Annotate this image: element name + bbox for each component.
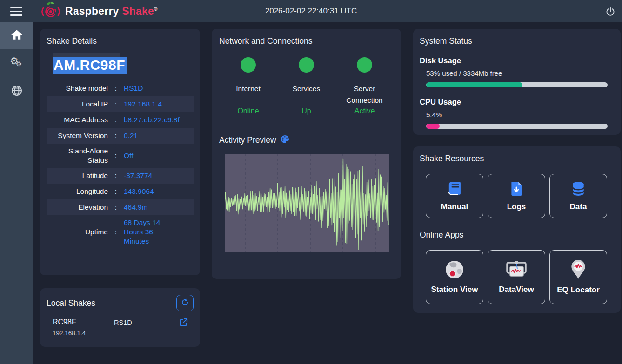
disk-usage-bar: [426, 82, 608, 87]
shake-details-title: Shake Details: [47, 36, 194, 46]
table-row: Longitude : 143.9064: [47, 184, 194, 199]
system-status-title: System Status: [420, 36, 614, 46]
data-button[interactable]: Data: [549, 174, 607, 218]
table-row: MAC Address : b8:27:eb:22:c9:8f: [47, 112, 194, 128]
selection-artifact: [53, 53, 120, 57]
local-shake-name: RC98F: [53, 318, 114, 326]
shake-resources-title: Shake Resources: [420, 154, 614, 164]
sidebar-nav: ⚙⚙: [0, 22, 33, 364]
refresh-icon: [181, 298, 189, 308]
status-dot-green: [357, 57, 372, 73]
connection-internet: Internet Online: [219, 57, 277, 115]
manual-button[interactable]: Manual: [426, 174, 483, 218]
resource-buttons: Manual Logs: [426, 174, 614, 218]
connection-server: Server Connection Active: [335, 57, 394, 115]
table-row: Local IP : 192.168.1.4: [47, 96, 194, 112]
connection-services: Services Up: [277, 57, 335, 115]
map-pin-wave-icon: [570, 259, 587, 282]
palette-icon[interactable]: [281, 135, 289, 146]
brand-logo: Raspberry Shake®: [41, 1, 158, 21]
connection-indicators: Internet Online Services Up Server Conne…: [219, 57, 394, 115]
globe-station-icon: [445, 260, 464, 281]
table-row: Shake model : RS1D: [47, 80, 194, 96]
disk-usage-label: Disk Usage: [420, 56, 614, 65]
system-status-card: System Status Disk Usage 53% used / 3334…: [413, 29, 621, 135]
table-row: Stand-Alone Status : Off: [47, 144, 194, 168]
table-row: Latitude : -37.3774: [47, 168, 194, 184]
shake-resources-card: Shake Resources Manual: [413, 146, 621, 313]
local-shakes-card: Local Shakes RC98F 192.168.1.4 RS1D: [40, 288, 200, 347]
shake-details-table: Shake model : RS1D Local IP : 192.168.1.…: [47, 80, 194, 249]
brand-name: Raspberry Shake®: [65, 5, 158, 18]
network-title: Network and Connections: [219, 36, 394, 46]
station-view-button[interactable]: Station View: [426, 250, 483, 304]
database-icon: [570, 181, 586, 199]
status-dot-green: [299, 57, 314, 73]
station-code: AM.RC98F: [53, 57, 127, 74]
cpu-usage-bar: [426, 124, 608, 129]
monitor-wave-icon: [504, 260, 528, 281]
external-link-icon[interactable]: [179, 318, 188, 329]
top-bar: Raspberry Shake® 2026-02-02 22:40:31 UTC: [0, 0, 622, 22]
cpu-usage-label: CPU Usage: [420, 98, 614, 106]
raspberry-logo-icon: [41, 1, 60, 21]
online-apps-title: Online Apps: [420, 230, 614, 240]
book-icon: [446, 181, 463, 199]
shake-details-card: Shake Details AM.RC98F Shake model : RS1…: [40, 29, 200, 275]
status-badge: Online: [237, 107, 259, 115]
main-content: Shake Details AM.RC98F Shake model : RS1…: [33, 22, 622, 364]
network-card: Network and Connections Internet Online …: [212, 29, 401, 279]
activity-preview-title: Activity Preview: [219, 135, 276, 145]
logs-button[interactable]: Logs: [488, 174, 545, 218]
home-icon: [11, 29, 23, 42]
table-row: Uptime : 68 Days 14 Hours 36 Minutes: [47, 215, 194, 249]
sidebar-item-settings[interactable]: ⚙⚙: [0, 50, 33, 77]
local-shake-ip: 192.168.1.4: [53, 330, 114, 337]
activity-waveform-chart: [225, 154, 389, 255]
gears-icon: ⚙⚙: [10, 57, 24, 70]
local-shake-model: RS1D: [114, 318, 165, 326]
disk-usage-detail: 53% used / 3334Mb free: [426, 69, 614, 77]
dataview-button[interactable]: DataView: [488, 250, 545, 304]
local-shakes-title: Local Shakes: [47, 298, 95, 308]
table-row: System Version : 0.21: [47, 128, 194, 144]
status-badge: Up: [301, 107, 311, 115]
hamburger-menu-icon[interactable]: [10, 7, 23, 16]
power-icon[interactable]: [604, 6, 616, 18]
map-pin-wave-icon-button[interactable]: EQ Locator: [549, 250, 607, 304]
local-shake-row: RC98F 192.168.1.4 RS1D: [47, 318, 194, 337]
online-app-buttons: Station View DataView: [426, 250, 614, 304]
sidebar-item-home[interactable]: [0, 22, 33, 49]
cpu-usage-detail: 5.4%: [426, 111, 614, 119]
table-row: Elevation : 464.9m: [47, 199, 194, 215]
sidebar-item-web[interactable]: [0, 78, 33, 105]
refresh-button[interactable]: [176, 295, 194, 311]
file-download-icon: [509, 181, 523, 199]
status-badge: Active: [354, 107, 375, 115]
status-dot-green: [241, 57, 256, 73]
globe-icon: [11, 85, 22, 98]
